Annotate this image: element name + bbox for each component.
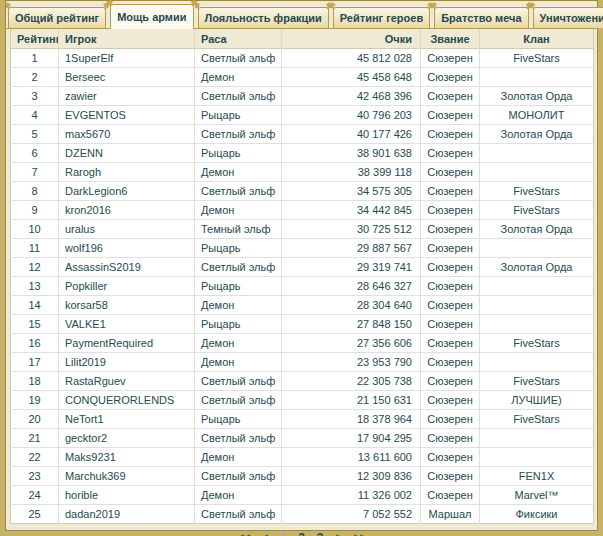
points-cell: 29 887 567 — [282, 239, 421, 258]
table-row: 12 AssassinS2019 Светлый эльф 29 319 741… — [11, 258, 594, 277]
clan-cell — [480, 68, 594, 87]
race-cell: Рыцарь — [195, 144, 282, 163]
points-cell: 13 611 600 — [282, 448, 421, 467]
race-cell: Рыцарь — [195, 239, 282, 258]
points-cell: 38 399 118 — [282, 163, 421, 182]
rank-cell: 17 — [11, 353, 59, 372]
table-row: 8 DarkLegion6 Светлый эльф 34 575 305 Сю… — [11, 182, 594, 201]
player-cell: CONQUERORLENDS — [59, 391, 195, 410]
title-cell: Сюзерен — [421, 467, 480, 486]
tab-3[interactable]: ⚜ Лояльность фракции ⚜ — [198, 7, 329, 28]
rank-cell: 24 — [11, 486, 59, 505]
player-cell: uralus — [59, 220, 195, 239]
table-row: 6 DZENN Рыцарь 38 901 638 Сюзерен — [11, 144, 594, 163]
clan-cell: FiveStars — [480, 372, 594, 391]
player-cell: DZENN — [59, 144, 195, 163]
title-cell: Сюзерен — [421, 144, 480, 163]
column-header-1: Рейтинг — [11, 29, 59, 49]
player-cell: dadan2019 — [59, 505, 195, 524]
table-row: 21 gecktor2 Светлый эльф 17 904 295 Сюзе… — [11, 429, 594, 448]
rank-cell: 5 — [11, 125, 59, 144]
tab-2-active[interactable]: ⚜ Мощь армии ⚜ — [110, 4, 193, 29]
clan-cell: Marvel™ — [480, 486, 594, 505]
tab-4[interactable]: ⚜ Рейтинг героев ⚜ — [333, 7, 430, 28]
points-cell: 23 953 790 — [282, 353, 421, 372]
clan-cell: Золотая Орда — [480, 258, 594, 277]
rank-cell: 18 — [11, 372, 59, 391]
rank-cell: 21 — [11, 429, 59, 448]
points-cell: 17 904 295 — [282, 429, 421, 448]
player-cell: DarkLegion6 — [59, 182, 195, 201]
player-cell: wolf196 — [59, 239, 195, 258]
race-cell: Светлый эльф — [195, 87, 282, 106]
clan-cell — [480, 429, 594, 448]
player-cell: PaymentRequired — [59, 334, 195, 353]
tab-ornament-icon: ⚜ — [529, 2, 536, 10]
race-cell: Светлый эльф — [195, 125, 282, 144]
table-row: 16 PaymentRequired Демон 27 356 606 Сюзе… — [11, 334, 594, 353]
clan-cell — [480, 277, 594, 296]
clan-cell: FiveStars — [480, 334, 594, 353]
rank-cell: 8 — [11, 182, 59, 201]
table-row: 10 uralus Темный эльф 30 725 512 Сюзерен… — [11, 220, 594, 239]
player-cell: Lilit2019 — [59, 353, 195, 372]
points-cell: 22 305 738 — [282, 372, 421, 391]
table-row: 22 Maks9231 Демон 13 611 600 Сюзерен — [11, 448, 594, 467]
race-cell: Демон — [195, 448, 282, 467]
points-cell: 40 796 203 — [282, 106, 421, 125]
points-cell: 45 458 648 — [282, 68, 421, 87]
tab-ornament-icon: ⚜ — [106, 0, 113, 7]
points-cell: 40 177 426 — [282, 125, 421, 144]
player-cell: 1SuperElf — [59, 49, 195, 68]
rank-cell: 1 — [11, 49, 59, 68]
race-cell: Демон — [195, 68, 282, 87]
rating-panel: ⚜ Общий рейтинг ⚜ ⚜ Мощь армии ⚜ ⚜ Лояль… — [0, 0, 603, 536]
points-cell: 30 725 512 — [282, 220, 421, 239]
race-cell: Темный эльф — [195, 220, 282, 239]
player-cell: gecktor2 — [59, 429, 195, 448]
player-cell: RastaRguev — [59, 372, 195, 391]
clan-cell — [480, 144, 594, 163]
race-cell: Рыцарь — [195, 410, 282, 429]
tab-ornament-icon: ⚜ — [329, 2, 336, 10]
race-cell: Светлый эльф — [195, 505, 282, 524]
pagination-first[interactable]: << — [237, 531, 249, 536]
title-cell: Сюзерен — [421, 182, 480, 201]
race-cell: Светлый эльф — [195, 372, 282, 391]
tab-label: Общий рейтинг — [15, 12, 99, 24]
clan-cell — [480, 239, 594, 258]
pagination-page-2[interactable]: 2 — [298, 531, 305, 536]
column-header-3: Раса — [195, 29, 282, 49]
column-header-2: Игрок — [59, 29, 195, 49]
pagination-page-3[interactable]: 3 — [317, 531, 324, 536]
pagination-next[interactable]: > — [336, 531, 342, 536]
title-cell: Сюзерен — [421, 334, 480, 353]
tab-6[interactable]: ⚜ Уничтожение руин ⚜ — [533, 7, 603, 28]
tab-bar: ⚜ Общий рейтинг ⚜ ⚜ Мощь армии ⚜ ⚜ Лояль… — [5, 0, 598, 29]
title-cell: Сюзерен — [421, 106, 480, 125]
points-cell: 28 646 327 — [282, 277, 421, 296]
title-cell: Сюзерен — [421, 87, 480, 106]
clan-cell: FiveStars — [480, 201, 594, 220]
table-row: 25 dadan2019 Светлый эльф 7 052 552 Марш… — [11, 505, 594, 524]
tab-1[interactable]: ⚜ Общий рейтинг ⚜ — [8, 7, 106, 28]
race-cell: Демон — [195, 163, 282, 182]
pagination-prev[interactable]: < — [261, 531, 267, 536]
clan-cell — [480, 353, 594, 372]
table-row: 17 Lilit2019 Демон 23 953 790 Сюзерен — [11, 353, 594, 372]
pagination-last[interactable]: >> — [354, 531, 366, 536]
rank-cell: 10 — [11, 220, 59, 239]
title-cell: Сюзерен — [421, 315, 480, 334]
title-cell: Сюзерен — [421, 486, 480, 505]
title-cell: Сюзерен — [421, 277, 480, 296]
table-row: 1 1SuperElf Светлый эльф 45 812 028 Сюзе… — [11, 49, 594, 68]
title-cell: Сюзерен — [421, 220, 480, 239]
tab-5[interactable]: ⚜ Братство меча ⚜ — [434, 7, 528, 28]
race-cell: Рыцарь — [195, 106, 282, 125]
table-row: 20 NeTort1 Рыцарь 18 378 964 Сюзерен Fiv… — [11, 410, 594, 429]
pagination: <<<123>>> — [5, 524, 598, 536]
player-cell: Rarogh — [59, 163, 195, 182]
clan-cell: FiveStars — [480, 182, 594, 201]
points-cell: 29 319 741 — [282, 258, 421, 277]
race-cell: Светлый эльф — [195, 258, 282, 277]
